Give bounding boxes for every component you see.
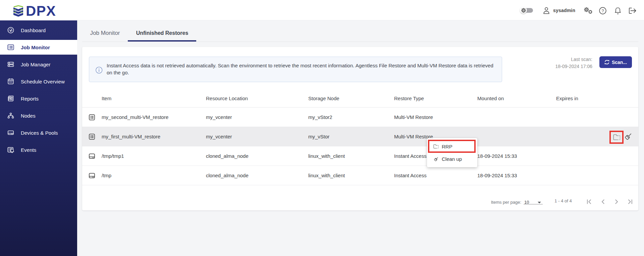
svg-text:?: ? bbox=[601, 8, 604, 13]
